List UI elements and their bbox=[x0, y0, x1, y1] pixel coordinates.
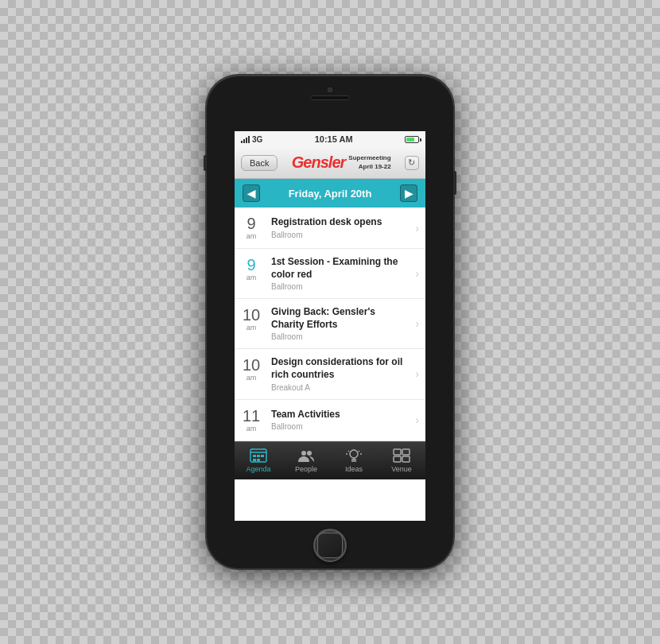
time-hour: 10 bbox=[243, 307, 260, 323]
home-button[interactable] bbox=[313, 529, 347, 562]
svg-rect-8 bbox=[257, 459, 260, 461]
svg-rect-21 bbox=[402, 449, 410, 455]
svg-rect-20 bbox=[394, 449, 401, 455]
event-title: Registration desk opens bbox=[271, 216, 409, 229]
time-period: am bbox=[247, 324, 257, 332]
status-time: 10:15 AM bbox=[315, 134, 353, 144]
chevron-icon: › bbox=[415, 299, 425, 348]
svg-point-11 bbox=[350, 450, 358, 458]
event-location: Ballroom bbox=[271, 422, 409, 431]
phone: 3G 10:15 AM Back Gensler Supermeeting Ap… bbox=[207, 76, 453, 568]
signal-bars bbox=[241, 136, 250, 143]
signal-bar-1 bbox=[241, 141, 243, 143]
event-content: Design considerations for oil rich count… bbox=[268, 349, 415, 398]
schedule-item[interactable]: 9 am Registration desk opens Ballroom › bbox=[235, 208, 425, 249]
meeting-dates: April 19-22 bbox=[348, 163, 390, 171]
people-icon bbox=[297, 448, 316, 464]
chevron-icon: › bbox=[415, 208, 425, 248]
time-hour: 9 bbox=[247, 215, 255, 231]
svg-rect-6 bbox=[261, 455, 264, 457]
chevron-icon: › bbox=[415, 349, 425, 398]
chevron-icon: › bbox=[415, 249, 425, 298]
event-location: Breakout A bbox=[271, 383, 409, 392]
meeting-title: Supermeeting bbox=[348, 154, 390, 162]
next-date-button[interactable]: ▶ bbox=[400, 184, 417, 202]
schedule-list: 9 am Registration desk opens Ballroom › … bbox=[235, 208, 425, 441]
power-button[interactable] bbox=[453, 171, 456, 195]
signal-bar-3 bbox=[246, 138, 247, 143]
time-period: am bbox=[247, 232, 257, 240]
event-title: Team Activities bbox=[271, 409, 409, 421]
svg-rect-22 bbox=[394, 456, 401, 462]
event-location: Ballroom bbox=[271, 332, 409, 341]
event-time: 11 am bbox=[235, 400, 268, 440]
tab-venue[interactable]: Venue bbox=[378, 442, 425, 479]
battery-icon bbox=[405, 136, 419, 143]
event-content: Team Activities Ballroom bbox=[268, 400, 415, 440]
svg-line-18 bbox=[359, 451, 359, 452]
prev-date-button[interactable]: ◀ bbox=[243, 184, 260, 202]
svg-rect-5 bbox=[257, 455, 260, 457]
svg-rect-4 bbox=[253, 455, 256, 457]
refresh-button[interactable]: ↻ bbox=[405, 156, 419, 170]
app-logo: Gensler bbox=[292, 153, 345, 172]
time-hour: 10 bbox=[243, 357, 260, 373]
event-time: 9 am bbox=[235, 208, 268, 248]
tab-ideas[interactable]: Ideas bbox=[330, 442, 378, 479]
status-bar: 3G 10:15 AM bbox=[235, 131, 425, 147]
meeting-info: Supermeeting April 19-22 bbox=[348, 154, 390, 171]
signal-bar-4 bbox=[248, 136, 250, 143]
back-button[interactable]: Back bbox=[241, 155, 278, 171]
tab-people[interactable]: People bbox=[282, 442, 330, 479]
screen: 3G 10:15 AM Back Gensler Supermeeting Ap… bbox=[235, 131, 425, 521]
tab-ideas-label: Ideas bbox=[345, 465, 363, 473]
event-title: 1st Session - Examining the color red bbox=[271, 256, 409, 281]
ideas-icon bbox=[344, 448, 363, 464]
speaker bbox=[310, 95, 350, 100]
event-title: Design considerations for oil rich count… bbox=[271, 356, 409, 381]
time-hour: 9 bbox=[247, 257, 255, 273]
status-right bbox=[405, 136, 419, 143]
venue-icon bbox=[392, 448, 411, 464]
phone-top bbox=[207, 87, 453, 100]
home-button-inner bbox=[317, 533, 343, 558]
event-time: 10 am bbox=[235, 349, 268, 398]
nav-brand: Gensler Supermeeting April 19-22 bbox=[292, 153, 391, 172]
event-content: Giving Back: Gensler's Charity Efforts B… bbox=[268, 299, 415, 348]
event-location: Ballroom bbox=[271, 282, 409, 291]
status-left: 3G bbox=[241, 135, 262, 144]
tab-agenda-label: Agenda bbox=[246, 465, 270, 473]
svg-rect-7 bbox=[253, 459, 256, 461]
tab-bar: Agenda People bbox=[235, 441, 425, 479]
schedule-item[interactable]: 10 am Design considerations for oil rich… bbox=[235, 349, 425, 399]
event-location: Ballroom bbox=[271, 231, 409, 239]
time-period: am bbox=[247, 374, 257, 382]
schedule-item[interactable]: 11 am Team Activities Ballroom › bbox=[235, 400, 425, 441]
event-time: 9 am bbox=[235, 249, 268, 298]
event-time: 10 am bbox=[235, 299, 268, 348]
nav-bar: Back Gensler Supermeeting April 19-22 ↻ bbox=[235, 147, 425, 179]
date-nav: ◀ Friday, April 20th ▶ bbox=[235, 179, 425, 208]
event-content: Registration desk opens Ballroom bbox=[268, 208, 415, 248]
svg-line-16 bbox=[348, 451, 349, 452]
agenda-icon bbox=[249, 448, 268, 464]
svg-point-10 bbox=[307, 451, 312, 456]
network-type: 3G bbox=[252, 135, 262, 144]
time-period: am bbox=[247, 425, 257, 433]
tab-people-label: People bbox=[295, 465, 317, 473]
camera bbox=[328, 87, 332, 92]
tab-agenda[interactable]: Agenda bbox=[235, 442, 282, 479]
schedule-item[interactable]: 9 am 1st Session - Examining the color r… bbox=[235, 249, 425, 299]
volume-button[interactable] bbox=[204, 155, 207, 171]
time-hour: 11 bbox=[243, 408, 260, 424]
svg-point-9 bbox=[301, 451, 306, 456]
event-title: Giving Back: Gensler's Charity Efforts bbox=[271, 306, 409, 331]
signal-bar-2 bbox=[243, 139, 245, 143]
time-period: am bbox=[247, 274, 257, 281]
tab-venue-label: Venue bbox=[391, 465, 412, 473]
chevron-icon: › bbox=[415, 400, 425, 440]
svg-rect-23 bbox=[402, 456, 410, 462]
current-date: Friday, April 20th bbox=[289, 188, 372, 200]
battery-fill bbox=[406, 138, 415, 142]
schedule-item[interactable]: 10 am Giving Back: Gensler's Charity Eff… bbox=[235, 299, 425, 349]
